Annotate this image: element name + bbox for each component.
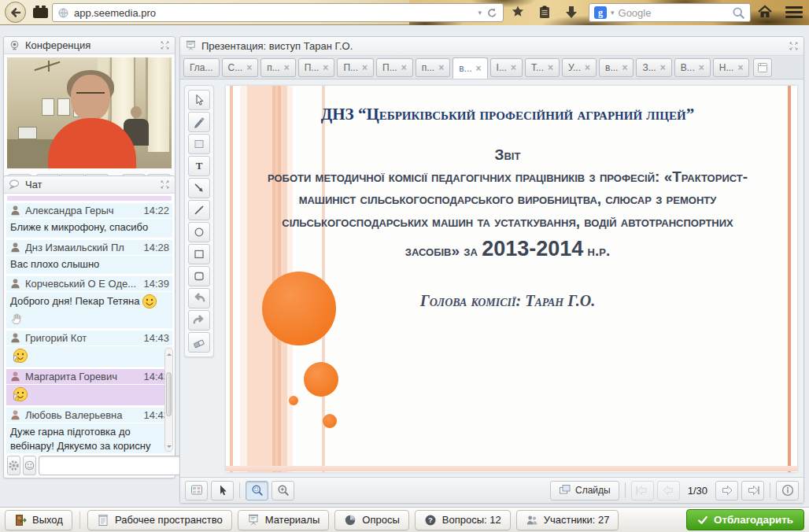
avatar xyxy=(9,242,21,253)
presentation-tab[interactable]: п...× xyxy=(260,58,296,77)
text-tool-button[interactable]: T xyxy=(188,156,210,176)
select-pointer-button[interactable] xyxy=(211,481,234,501)
participants-button[interactable]: Участники: 27 xyxy=(516,510,619,530)
presentation-icon xyxy=(185,40,197,52)
presentation-tab[interactable]: І...× xyxy=(490,58,523,77)
bookmarks-menu-icon[interactable] xyxy=(537,5,552,20)
presentation-tab-active[interactable]: в...× xyxy=(453,57,487,79)
presentation-tab[interactable]: Гла... xyxy=(183,58,220,77)
close-icon[interactable]: × xyxy=(660,63,666,72)
expand-icon[interactable] xyxy=(789,41,799,51)
thank-button[interactable]: Отблагодарить xyxy=(686,509,804,530)
chat-settings-button[interactable] xyxy=(7,456,20,475)
tab-label: Т... xyxy=(531,62,544,73)
downloads-icon[interactable] xyxy=(563,5,579,20)
search-bar[interactable]: g ▾ Google xyxy=(589,3,751,22)
presentation-tab[interactable]: п...× xyxy=(416,58,451,77)
chat-text: Ближе к микрофону, спасибо xyxy=(10,220,148,235)
close-icon[interactable]: × xyxy=(323,63,328,72)
close-icon[interactable]: × xyxy=(362,63,368,72)
fill-rect-icon xyxy=(193,138,205,150)
chat-scrollbar[interactable] xyxy=(164,348,173,452)
close-icon[interactable]: × xyxy=(476,64,482,73)
ellipse-tool-button[interactable] xyxy=(188,222,210,242)
arrow-tool-button[interactable] xyxy=(188,178,210,198)
redo-icon xyxy=(193,314,205,327)
presentation-tab[interactable]: В...× xyxy=(674,58,711,77)
tab-label: П... xyxy=(343,62,358,73)
presentation-tab[interactable]: З...× xyxy=(636,58,671,77)
presentation-tab[interactable]: П...× xyxy=(376,58,413,77)
presentation-tab[interactable]: Т...× xyxy=(525,58,560,77)
slides-button[interactable]: Слайды xyxy=(550,481,619,501)
pointer-tool-button[interactable] xyxy=(188,90,210,110)
tab-groups-icon[interactable] xyxy=(33,8,48,18)
close-icon[interactable]: × xyxy=(548,63,553,72)
chat-message-input[interactable] xyxy=(39,456,187,475)
menu-icon[interactable] xyxy=(785,6,803,20)
presentation-tab[interactable]: П...× xyxy=(298,58,335,77)
materials-button[interactable]: Материалы xyxy=(238,510,330,530)
presentation-tab[interactable]: С...× xyxy=(222,58,259,77)
fill-rect-tool-button[interactable] xyxy=(188,134,210,154)
scroll-down-icon[interactable] xyxy=(167,445,172,450)
thumbnails-button[interactable] xyxy=(185,481,208,501)
close-icon[interactable]: × xyxy=(246,63,252,72)
info-button[interactable] xyxy=(776,481,799,501)
svg-text:?: ? xyxy=(428,515,433,524)
first-slide-button[interactable] xyxy=(631,481,654,501)
exit-button[interactable]: Выход xyxy=(5,510,72,530)
slide-canvas[interactable]: T ДНЗ “Цебриківський п xyxy=(180,79,803,477)
new-tab-button[interactable] xyxy=(753,58,772,77)
home-icon[interactable] xyxy=(757,4,773,20)
next-slide-button[interactable] xyxy=(715,481,738,501)
zoom-in-button[interactable] xyxy=(272,481,294,501)
slide-circle-medium xyxy=(304,362,338,397)
emoji-button[interactable] xyxy=(23,456,36,475)
eraser-tool-button[interactable] xyxy=(188,332,210,353)
close-icon[interactable]: × xyxy=(737,63,743,72)
search-icon[interactable] xyxy=(732,6,745,20)
presentation-tab[interactable]: П...× xyxy=(337,58,374,77)
reload-icon[interactable] xyxy=(486,7,498,19)
pen-tool-button[interactable] xyxy=(188,112,210,132)
tab-label: П... xyxy=(382,62,397,73)
close-icon[interactable]: × xyxy=(401,63,407,72)
questions-button[interactable]: ? Вопросы: 12 xyxy=(415,510,511,530)
rect-tool-button[interactable] xyxy=(188,244,210,264)
chat-message-list[interactable]: Александра Герыч 14:22 Ближе к микрофону… xyxy=(4,194,175,453)
video-lamp xyxy=(48,61,50,72)
polls-button[interactable]: Опросы xyxy=(334,510,408,530)
smile-emoji xyxy=(142,294,157,309)
tab-label: п... xyxy=(422,62,435,73)
close-icon[interactable]: × xyxy=(699,63,704,72)
search-engine-dropdown-icon[interactable]: ▾ xyxy=(611,9,615,17)
presentation-tab[interactable]: в...× xyxy=(599,58,634,77)
close-icon[interactable]: × xyxy=(585,63,590,72)
rect-icon xyxy=(193,248,205,260)
presentation-tab[interactable]: Н...× xyxy=(713,58,750,77)
undo-button[interactable] xyxy=(188,288,210,308)
scrollbar-thumb[interactable] xyxy=(166,372,172,416)
prev-slide-button[interactable] xyxy=(657,481,680,501)
close-icon[interactable]: × xyxy=(622,63,627,72)
thumbnails-icon xyxy=(190,484,203,497)
scroll-up-icon[interactable] xyxy=(167,351,172,356)
close-icon[interactable]: × xyxy=(511,63,516,72)
round-rect-tool-button[interactable] xyxy=(188,266,210,286)
close-icon[interactable]: × xyxy=(438,63,444,72)
bookmark-star-icon[interactable] xyxy=(510,5,526,20)
back-button[interactable] xyxy=(5,2,26,23)
address-bar[interactable]: app.seemedia.pro ▾ xyxy=(52,3,504,22)
redo-button[interactable] xyxy=(188,310,210,331)
expand-icon[interactable] xyxy=(160,179,170,190)
close-icon[interactable]: × xyxy=(284,63,290,72)
history-dropdown-icon[interactable]: ▾ xyxy=(478,9,482,17)
expand-icon[interactable] xyxy=(160,40,170,50)
presentation-tab[interactable]: У...× xyxy=(562,58,597,77)
line-tool-button[interactable] xyxy=(188,200,210,220)
undo-icon xyxy=(193,292,205,305)
last-slide-button[interactable] xyxy=(741,481,764,501)
workspace-button[interactable]: Рабочее пространство xyxy=(87,510,232,530)
zoom-fit-button[interactable] xyxy=(246,481,268,501)
